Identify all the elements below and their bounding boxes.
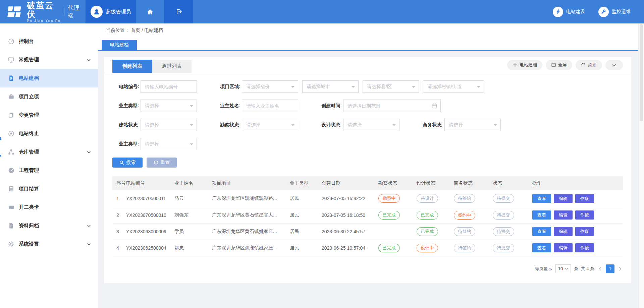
reset-icon bbox=[154, 160, 158, 165]
page-scrollbar-thumb[interactable] bbox=[640, 24, 643, 121]
row-index: 3 bbox=[112, 223, 126, 240]
status-cell: 待设计 bbox=[417, 190, 454, 207]
status-cell: 勘察中 bbox=[378, 190, 417, 207]
void-button[interactable]: 作废 bbox=[575, 243, 594, 252]
province-select[interactable]: 请选择省份 bbox=[242, 80, 298, 93]
search-button-label: 搜索 bbox=[126, 160, 136, 166]
fullscreen-button[interactable]: 全屏 bbox=[546, 60, 572, 70]
tab-create-list[interactable]: 创建列表 bbox=[112, 60, 152, 73]
county-select[interactable]: 请选择县/区 bbox=[363, 80, 419, 93]
logo: 破茧云伏 Po Jian Yun Fu 代理端 bbox=[0, 0, 86, 23]
build-status-select[interactable]: 请选择 bbox=[141, 119, 197, 131]
logout-button[interactable] bbox=[164, 0, 193, 23]
select-arrow-icon bbox=[352, 86, 355, 89]
page-size-select[interactable]: 10 bbox=[555, 264, 571, 273]
nav-monitor-ops[interactable]: 监控运维 bbox=[598, 0, 631, 23]
sidebar-item-project-settlement[interactable]: 项目结算 bbox=[0, 180, 98, 198]
page-scrollbar[interactable] bbox=[638, 23, 644, 308]
edit-button[interactable]: 编辑 bbox=[554, 243, 573, 252]
sidebar-item-general-management[interactable]: 常规管理 bbox=[0, 51, 98, 69]
wrench-icon bbox=[598, 7, 609, 17]
view-button[interactable]: 查看 bbox=[532, 243, 551, 252]
create-time-input-field[interactable] bbox=[347, 103, 436, 109]
home-icon bbox=[147, 8, 154, 15]
owner-type2-select[interactable]: 请选择 bbox=[141, 138, 197, 150]
reset-button[interactable]: 重置 bbox=[147, 158, 177, 168]
user-menu[interactable]: 超级管理员 bbox=[86, 0, 136, 23]
main-content: 当前位置： 首页 / 电站建档 电站建档 创建列表 通过列表 电站建档 全屏 bbox=[98, 23, 644, 308]
station-no-cell: YX2023070500010 bbox=[126, 207, 174, 223]
chevron-down-icon bbox=[565, 267, 568, 270]
sidebar-item-project-initiation[interactable]: 项目立项 bbox=[0, 87, 98, 106]
sidebar-item-data-archive[interactable]: 资料归档 bbox=[0, 217, 98, 235]
region-label: 项目区域: bbox=[214, 80, 240, 93]
plus-icon bbox=[513, 62, 518, 67]
view-button[interactable]: 查看 bbox=[532, 210, 551, 220]
sidebar-item-engineering-management[interactable]: 工程管理 bbox=[0, 161, 98, 180]
village-select[interactable]: 请选择村镇/街道 bbox=[423, 80, 484, 93]
total-count-label: 条, 共 4 条 bbox=[574, 266, 594, 272]
city-select[interactable]: 请选择城市 bbox=[302, 80, 359, 93]
business-status-label: 商务状态: bbox=[416, 119, 443, 131]
logo-icon bbox=[5, 5, 23, 19]
next-page-button[interactable] bbox=[618, 266, 623, 271]
page-tab-station-archive[interactable]: 电站建档 bbox=[102, 40, 137, 50]
sidebar-item-station-termination[interactable]: 电站终止 bbox=[0, 124, 98, 143]
station-no-input[interactable] bbox=[141, 80, 197, 93]
status-badge: 已完成 bbox=[417, 227, 438, 236]
status-cell: 签约中 bbox=[454, 207, 493, 223]
status-cell: 已完成 bbox=[417, 223, 454, 240]
station-no-input-field[interactable] bbox=[145, 84, 193, 89]
fullscreen-icon bbox=[551, 62, 556, 67]
prev-page-button[interactable] bbox=[597, 266, 603, 271]
nav-station-build[interactable]: 电站建设 bbox=[553, 0, 585, 23]
sidebar-item-second-class-card[interactable]: 开二类卡 bbox=[0, 198, 98, 217]
owner-type-select[interactable]: 请选择 bbox=[141, 100, 197, 112]
top-header: 破茧云伏 Po Jian Yun Fu 代理端 超级管理员 电站建设 监控运维 bbox=[0, 0, 644, 23]
page-number-current[interactable]: 1 bbox=[606, 264, 614, 273]
address-cell: 广东深圳龙华区观澜镇姚家庄... bbox=[212, 240, 290, 256]
survey-status-select[interactable]: 请选择 bbox=[242, 119, 298, 131]
edit-button[interactable]: 编辑 bbox=[554, 210, 573, 220]
sidebar-item-change-management[interactable]: 变更管理 bbox=[0, 106, 98, 124]
tab-passed-list[interactable]: 通过列表 bbox=[152, 60, 192, 73]
refresh-button[interactable]: 刷新 bbox=[576, 60, 602, 70]
void-button[interactable]: 作废 bbox=[575, 210, 594, 220]
collapse-toolbar-button[interactable] bbox=[605, 60, 623, 70]
chevron-down-icon bbox=[87, 224, 91, 228]
briefcase-icon bbox=[8, 94, 14, 100]
search-button[interactable]: 搜索 bbox=[112, 158, 143, 168]
sidebar-scrollbar-thumb[interactable] bbox=[0, 137, 1, 140]
status-cell: 待提交 bbox=[493, 207, 532, 223]
sidebar-item-station-archive[interactable]: 电站建档 bbox=[0, 69, 98, 87]
sidebar-item-system-settings[interactable]: 系统设置 bbox=[0, 235, 98, 253]
create-time-range-input[interactable] bbox=[343, 100, 441, 112]
owner-type-cell: 居民 bbox=[290, 240, 322, 256]
toolbar: 电站建档 全屏 刷新 bbox=[507, 60, 623, 73]
owner-type-label: 业主类型: bbox=[112, 100, 139, 112]
add-station-button[interactable]: 电站建档 bbox=[507, 60, 542, 70]
logo-title: 破茧云伏 bbox=[27, 1, 62, 18]
edit-button[interactable]: 编辑 bbox=[554, 227, 573, 236]
select-arrow-icon bbox=[190, 124, 193, 128]
breadcrumb-separator: / bbox=[142, 28, 143, 33]
edit-button[interactable]: 编辑 bbox=[554, 194, 573, 203]
search-icon bbox=[119, 160, 124, 165]
status-badge: 待设计 bbox=[417, 194, 438, 203]
design-status-select[interactable]: 请选择 bbox=[343, 119, 399, 131]
void-button[interactable]: 作废 bbox=[575, 227, 594, 236]
breadcrumb-home-link[interactable]: 首页 bbox=[131, 27, 140, 34]
business-status-select[interactable]: 请选择 bbox=[444, 119, 501, 131]
void-button[interactable]: 作废 bbox=[575, 194, 594, 203]
owner-name-input-field[interactable] bbox=[246, 103, 294, 109]
home-button[interactable] bbox=[136, 0, 164, 23]
per-page-label: 每页显示 bbox=[535, 266, 552, 272]
portal-label: 代理端 bbox=[68, 4, 86, 19]
view-button[interactable]: 查看 bbox=[532, 194, 551, 203]
sidebar-scrollbar-thumb[interactable] bbox=[0, 155, 1, 157]
sidebar-item-console[interactable]: 控制台 bbox=[0, 32, 98, 51]
view-button[interactable]: 查看 bbox=[532, 227, 551, 236]
owner-name-input[interactable] bbox=[242, 100, 298, 112]
owner-name-cell: 马云 bbox=[174, 190, 212, 207]
sidebar-item-warehouse-management[interactable]: 仓库管理 bbox=[0, 143, 98, 161]
